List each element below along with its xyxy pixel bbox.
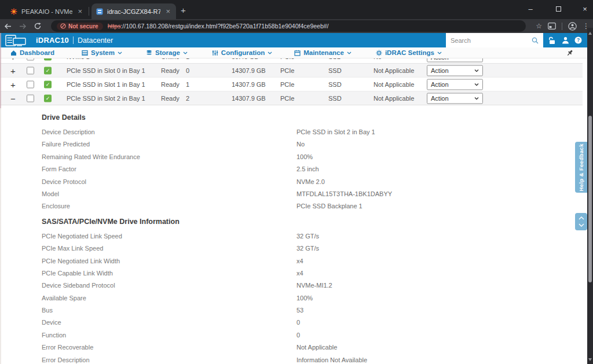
expand-row-button[interactable]: +	[10, 58, 16, 62]
table-row-slot2-expanded: − ✓ PCIe SSD in Slot 2 in Bay 1 Ready 2 …	[0, 91, 583, 105]
detail-row: Device ProtocolNVMe 2.0	[0, 176, 583, 188]
user-icon[interactable]	[562, 36, 569, 44]
drive-table: + ✓ PCIe SSD in Slot 0 in Bay 1 Ready 0 …	[0, 64, 583, 105]
drive-name[interactable]: PCIe SSD in Slot 0 in Bay 1	[67, 67, 145, 74]
chevron-down-icon	[474, 97, 479, 100]
drive-hot-spare: Not Applicable	[374, 67, 414, 74]
help-feedback-tab[interactable]: Help & Feedback	[575, 142, 587, 193]
detail-label: Device	[42, 319, 61, 326]
sliders-icon	[212, 50, 218, 56]
table-row-slot1: + ✓ PCIe SSD in Slot 1 in Bay 1 Ready 1 …	[0, 78, 583, 91]
window-maximize-button[interactable]	[547, 0, 570, 17]
drive-state: Ready	[161, 95, 180, 102]
header-icons: ?	[543, 33, 587, 47]
back-button[interactable]	[0, 23, 15, 30]
nav-item-configuration[interactable]: Configuration	[212, 49, 272, 56]
action-select[interactable]: Action	[427, 79, 483, 90]
nav-item-system[interactable]: System	[82, 49, 122, 56]
new-tab-button[interactable]: +	[181, 5, 186, 16]
detail-label: Error Description	[42, 356, 90, 363]
url-bar[interactable]: Not secure https://100.67.180.208/restgu…	[51, 20, 526, 32]
tab-title: idrac-JCGZX84-R7725xd - iDRA	[107, 8, 160, 15]
action-select[interactable]: Action	[427, 65, 483, 76]
nav-label: System	[91, 49, 115, 56]
detail-row: PCIe Capable Link Widthx4	[0, 267, 583, 280]
nav-label: Maintenance	[303, 49, 344, 56]
toolbar-separator	[562, 23, 562, 30]
row-checkbox[interactable]	[27, 58, 34, 61]
drive-size: 14307.9 GB	[232, 67, 266, 74]
nav-label: Configuration	[221, 49, 265, 56]
nav-item-idrac-settings[interactable]: iDRAC Settings	[376, 49, 442, 56]
idrac-header: iDRAC10 Datacenter Search ?	[0, 33, 587, 47]
forward-button[interactable]	[15, 23, 30, 30]
drive-media-type: SSD	[328, 58, 342, 60]
detail-label: PCIe Negotiated Link Speed	[42, 233, 122, 240]
drive-name[interactable]: NVMe 1	[67, 58, 90, 60]
nav-item-storage[interactable]: Storage	[146, 49, 188, 56]
not-secure-badge[interactable]: Not secure	[57, 23, 103, 30]
detail-value: x4	[296, 270, 303, 277]
nav-item-dashboard[interactable]: Dashboard	[10, 49, 54, 56]
drive-state: Ready	[161, 81, 180, 88]
drive-slot: 0	[186, 67, 189, 74]
detail-value: PCIe SSD in Slot 2 in Bay 1	[296, 128, 375, 135]
action-select[interactable]: Action	[427, 93, 483, 104]
detail-row: Failure PredictedNo	[0, 138, 583, 150]
profile-avatar-icon[interactable]	[568, 22, 577, 31]
expand-row-button[interactable]: +	[10, 65, 16, 75]
help-feedback-label: Help & Feedback	[578, 144, 584, 192]
bookmark-star-icon[interactable]: ☆	[536, 22, 542, 30]
expand-row-button[interactable]: +	[10, 79, 16, 89]
unlock-icon[interactable]	[548, 36, 556, 45]
search-input[interactable]: Search	[446, 33, 543, 47]
not-secure-icon	[60, 23, 66, 29]
side-panel-icon[interactable]	[548, 23, 556, 30]
scroll-jump-widget[interactable]	[575, 213, 587, 230]
detail-row: Device0	[0, 317, 583, 329]
detail-row: Device Sideband ProtocolNVMe-MI1.2	[0, 280, 583, 292]
scrollbar-thumb[interactable]	[588, 116, 592, 282]
page-scrollbar[interactable]	[587, 28, 593, 364]
scrollbar-down-arrow-icon[interactable]	[588, 358, 592, 361]
chevron-down-icon[interactable]	[579, 223, 584, 227]
drive-bus-protocol: PCIe	[280, 67, 294, 74]
help-icon[interactable]: ?	[574, 36, 582, 44]
chevron-up-icon[interactable]	[579, 216, 584, 220]
drive-name[interactable]: PCIe SSD in Slot 2 in Bay 1	[67, 95, 145, 102]
detail-label: Error Recoverable	[42, 344, 93, 351]
toolbar-right-icons: ☆ ⋮	[536, 19, 590, 33]
action-select-value: Action	[431, 81, 449, 88]
scrollbar-up-arrow-icon[interactable]	[588, 32, 592, 35]
gear-icon	[376, 50, 382, 56]
browser-tab-idrac[interactable]: idrac-JCGZX84-R7725xd - iDRA ×	[91, 3, 176, 19]
window-minimize-button[interactable]: –	[519, 0, 542, 17]
chevron-down-icon	[474, 69, 479, 72]
drive-name[interactable]: PCIe SSD in Slot 1 in Bay 1	[67, 81, 145, 88]
nav-item-maintenance[interactable]: Maintenance	[294, 49, 352, 56]
storage-disks-icon	[146, 50, 152, 56]
detail-value: 100%	[296, 153, 313, 160]
row-checkbox[interactable]	[27, 94, 34, 102]
tab-title: PEAKAIO - NVMe Bandwidth -	[21, 8, 72, 15]
drive-size: 14307.9 GB	[232, 81, 266, 88]
home-icon	[10, 50, 17, 56]
table-row-slot0: + ✓ PCIe SSD in Slot 0 in Bay 1 Ready 0 …	[0, 64, 583, 78]
search-icon	[532, 37, 539, 44]
detail-row: Remaining Rated Write Endurance100%	[0, 151, 583, 163]
close-tab-icon[interactable]: ×	[164, 7, 171, 16]
pin-icon[interactable]	[566, 49, 573, 57]
row-checkbox[interactable]	[27, 67, 34, 74]
window-close-button[interactable]: ×	[573, 0, 593, 17]
detail-value: Not Applicable	[296, 344, 337, 351]
collapse-row-button[interactable]: −	[10, 93, 16, 103]
maximize-icon	[556, 6, 561, 12]
search-placeholder: Search	[451, 37, 471, 44]
tab-separator	[89, 7, 89, 16]
detail-row: Error DescriptionInformation Not Availab…	[0, 354, 583, 364]
reload-button[interactable]	[30, 23, 45, 30]
browser-tab-peakaio[interactable]: PEAKAIO - NVMe Bandwidth - ×	[6, 3, 88, 19]
row-checkbox[interactable]	[27, 80, 34, 88]
close-tab-icon[interactable]: ×	[76, 7, 83, 16]
action-select[interactable]: Action	[427, 58, 483, 62]
